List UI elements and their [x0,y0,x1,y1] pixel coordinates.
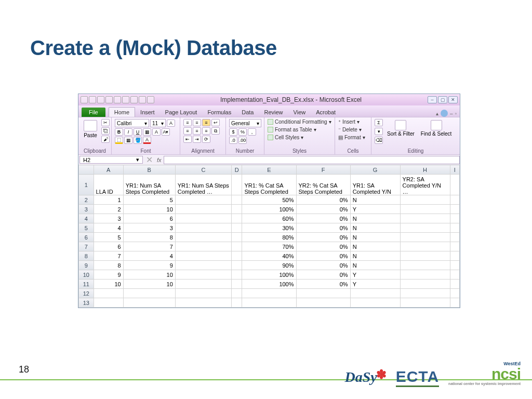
window-minimize-button[interactable]: – [428,96,437,103]
align-middle-button[interactable]: ≡ [193,119,201,126]
grid-button[interactable]: ▦ [124,137,132,144]
cell[interactable]: 50% [242,195,296,205]
cell[interactable] [350,298,400,308]
align-right-button[interactable]: ≡ [202,127,210,135]
cell[interactable] [450,223,459,233]
cell[interactable]: 0% [296,270,350,280]
cell[interactable]: N [350,242,400,251]
cell[interactable]: 10 [94,280,123,289]
ribbon-minimize-icon[interactable]: ▴ [436,111,438,116]
row-header[interactable]: 7 [79,242,94,251]
insert-cells-button[interactable]: ⁺ Insert ▾ [338,119,360,125]
col-header[interactable]: E [242,165,296,175]
border-button[interactable]: ▦ [143,128,151,136]
cell[interactable]: 40% [242,251,296,261]
row-header[interactable]: 2 [79,195,94,205]
orientation-button[interactable]: ⟳ [202,136,210,143]
row-header[interactable]: 3 [79,205,94,214]
cell[interactable]: N [350,214,400,223]
cell[interactable] [400,242,450,251]
cell[interactable] [400,289,450,298]
cell[interactable] [231,242,242,251]
indent-inc-button[interactable]: ⇥ [193,136,201,143]
col-header[interactable]: I [450,165,459,175]
cell[interactable] [296,289,350,298]
cell[interactable] [350,289,400,298]
cell[interactable] [175,223,231,233]
tab-data[interactable]: Data [236,108,259,117]
cell[interactable]: N [350,195,400,205]
align-bottom-button[interactable]: ≡ [202,119,210,126]
cell[interactable] [175,242,231,251]
find-select-button[interactable]: Find & Select [419,119,454,138]
row-header[interactable]: 9 [79,261,94,270]
cell[interactable] [175,205,231,214]
autosum-button[interactable]: Σ [375,119,383,126]
cell[interactable] [400,270,450,280]
file-tab[interactable]: File [82,108,105,117]
cell[interactable] [400,251,450,261]
cell[interactable]: 10 [123,205,175,214]
cell[interactable]: YR2: SA Completed Y/N … [400,175,450,195]
cell[interactable]: 70% [242,242,296,251]
cell[interactable]: YR1: SA Completed Y/N [350,175,400,195]
cell[interactable]: 4 [123,251,175,261]
cell[interactable]: 0% [296,223,350,233]
cell[interactable] [175,251,231,261]
cell[interactable]: 0% [296,280,350,289]
cell[interactable]: 0% [296,205,350,214]
help-icon[interactable] [441,110,448,117]
cell[interactable]: 1 [94,195,123,205]
copy-button[interactable]: ⿻ [101,127,110,135]
cell[interactable]: YR1: Num SA Steps Completed [123,175,175,195]
cell[interactable]: 3 [123,223,175,233]
cell[interactable] [175,195,231,205]
row-header[interactable]: 1 [79,175,94,195]
cell[interactable]: 0% [296,261,350,270]
cell[interactable] [231,175,242,195]
cell[interactable]: 30% [242,223,296,233]
cell[interactable] [450,261,459,270]
cell[interactable] [231,233,242,242]
cell[interactable] [231,205,242,214]
ribbon-options-icon[interactable]: – [450,111,453,116]
underline-button[interactable]: U [134,128,142,136]
cell[interactable]: YR2: % Cat SA Steps Completed [296,175,350,195]
row-header[interactable]: 6 [79,233,94,242]
cell[interactable] [450,289,459,298]
font-name-select[interactable]: Calibri▾ [115,119,149,127]
paste-button[interactable]: Paste [82,119,99,139]
cell[interactable] [175,280,231,289]
sort-filter-button[interactable]: Sort & Filter [385,119,417,138]
cell[interactable] [450,298,459,308]
cell[interactable] [450,175,459,195]
cell[interactable] [242,298,296,308]
col-header[interactable]: G [350,165,400,175]
fx-cancel-icon[interactable]: ✕ [144,155,155,165]
cell[interactable]: 0% [296,214,350,223]
fill-drop-button[interactable]: 🪣 [134,137,142,144]
font-color-button[interactable]: A [143,137,151,144]
format-cells-button[interactable]: ▤ Format ▾ [338,135,365,140]
cell[interactable]: 3 [94,214,123,223]
cell[interactable]: Y [350,205,400,214]
cell[interactable]: LLA ID [94,175,123,195]
cell[interactable] [450,205,459,214]
qat-btn[interactable] [114,96,121,103]
tab-view[interactable]: View [288,108,311,117]
cell[interactable] [231,223,242,233]
cell[interactable] [175,233,231,242]
font-shrink-button[interactable]: A [152,128,161,136]
row-header[interactable]: 10 [79,270,94,280]
format-painter-button[interactable]: 🖌 [101,136,110,143]
cell[interactable]: 8 [94,261,123,270]
cell[interactable] [123,298,175,308]
qat-btn[interactable] [147,96,154,103]
tab-acrobat[interactable]: Acrobat [311,108,341,117]
clear-button[interactable]: ⌫ [375,137,383,144]
italic-button[interactable]: I [124,128,132,136]
cell[interactable]: 7 [94,251,123,261]
percent-button[interactable]: % [238,128,247,136]
row-header[interactable]: 13 [79,298,94,308]
cell[interactable] [296,298,350,308]
